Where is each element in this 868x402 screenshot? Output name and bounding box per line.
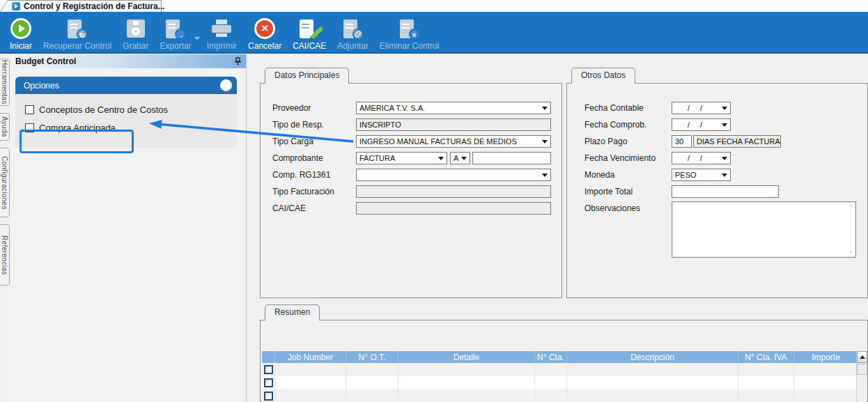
comp-rg1361-label: Comp. RG1361 <box>272 170 330 180</box>
comprobante-numero-input[interactable] <box>472 152 551 164</box>
opciones-title: Opciones <box>24 81 59 91</box>
header-job-number[interactable]: Job Number <box>275 351 346 363</box>
observaciones-textarea[interactable]: ⌃ ⌄ <box>672 201 856 258</box>
grabar-button[interactable]: Grabar <box>117 12 154 52</box>
otros-datos-box: Fecha Contable / / Fecha Comprob. / / Pl… <box>566 83 868 298</box>
table-row[interactable] <box>262 363 858 376</box>
tipo-facturacion-label: Tipo Facturación <box>272 187 334 196</box>
cancelar-button[interactable]: × Cancelar <box>242 12 287 52</box>
sidebar-tab-configuraciones[interactable]: Configuraciones <box>0 148 10 217</box>
document-refresh-icon: ↻ <box>68 20 82 38</box>
moneda-select[interactable]: PESO <box>672 169 731 181</box>
header-descripcion[interactable]: Descripción <box>567 351 738 363</box>
header-n-cta-iva[interactable]: N° Cta. IVA <box>738 351 794 363</box>
fecha-contable-select[interactable]: / / <box>672 102 731 114</box>
comprobante-letra-select[interactable]: A <box>450 152 470 164</box>
proveedor-label: Proveedor <box>272 103 311 113</box>
header-select-col <box>262 351 275 363</box>
tab-datos-principales[interactable]: Datos Principales <box>265 68 349 84</box>
printer-icon <box>212 20 231 38</box>
chevron-down-icon <box>722 157 727 160</box>
panel-header: Budget Control <box>10 54 246 68</box>
eliminar-control-button[interactable]: × Eliminar Control <box>374 12 444 52</box>
play-icon <box>10 18 31 39</box>
window-title: Control y Registración de Factura... <box>24 1 165 11</box>
datos-principales-box: Proveedor AMERICA T.V. S.A. Tipo de Resp… <box>260 83 562 298</box>
floppy-disk-icon <box>127 20 145 38</box>
proveedor-select[interactable]: AMERICA T.V. S.A. <box>356 102 551 114</box>
option-conceptos-centro-costos[interactable]: Conceptos de Centro de Costos <box>15 100 237 118</box>
table-row[interactable] <box>262 376 858 389</box>
row-checkbox[interactable] <box>264 378 273 387</box>
tipo-resp-label: Tipo de Resp. <box>272 120 324 130</box>
tipo-resp-field: INSCRIPTO <box>356 118 551 131</box>
fecha-contable-label: Fecha Contable <box>584 103 644 113</box>
fecha-vencimiento-select[interactable]: / / <box>672 152 731 164</box>
exportar-button[interactable]: → Exportar <box>154 12 196 52</box>
scroll-down-icon[interactable]: ⌄ <box>848 248 853 254</box>
collapse-ball-icon[interactable] <box>220 79 232 91</box>
header-n-ot[interactable]: N° O.T. <box>346 351 398 363</box>
opciones-group: Opciones Conceptos de Centro de Costos C… <box>15 77 237 148</box>
tipo-facturacion-field <box>356 185 551 198</box>
imprimir-button[interactable]: Imprimir <box>201 12 242 52</box>
comprobante-select[interactable]: FACTURA <box>356 152 447 164</box>
header-n-cta[interactable]: N° Cta. <box>535 351 567 363</box>
header-importe[interactable]: Importe <box>794 351 858 363</box>
recuperar-control-button[interactable]: ↻ Recuperar Control <box>38 12 117 52</box>
comprobante-label: Comprobante <box>272 153 323 163</box>
document-export-icon: → <box>166 20 180 38</box>
table-header-row: Job Number N° O.T. Detalle N° Cta. Descr… <box>262 351 858 363</box>
arrow-up-icon <box>860 355 865 359</box>
exportar-dropdown-icon[interactable] <box>194 37 200 40</box>
document-paperclip-icon <box>343 20 357 38</box>
tab-otros-datos[interactable]: Otros Datos <box>571 68 635 84</box>
sidebar-tab-ayuda[interactable]: Ayuda <box>0 113 10 141</box>
iniciar-button[interactable]: Iniciar <box>4 12 38 52</box>
compra-anticipada-checkbox[interactable] <box>25 123 34 132</box>
chevron-down-icon <box>542 173 548 177</box>
chevron-down-icon <box>461 157 467 160</box>
document-delete-icon: × <box>400 20 414 38</box>
document-tab[interactable]: Control y Registración de Factura... <box>0 0 162 12</box>
table-scrollbar[interactable] <box>856 351 867 402</box>
sidebar-tab-herramientas[interactable]: Herramientas <box>0 59 10 106</box>
chevron-down-icon <box>542 140 548 144</box>
cai-cae-button[interactable]: CAI/CAE <box>287 12 332 52</box>
chevron-down-icon <box>722 107 727 110</box>
pin-icon[interactable] <box>234 57 242 66</box>
resumen-table: Job Number N° O.T. Detalle N° Cta. Descr… <box>262 351 858 402</box>
main-toolbar: Iniciar ↻ Recuperar Control Grabar → Exp… <box>0 12 868 54</box>
scroll-up-button[interactable] <box>857 351 867 363</box>
sidebar-tab-referencias[interactable]: Referencias <box>0 224 10 286</box>
fecha-comprob-label: Fecha Comprob. <box>584 120 646 130</box>
table-row[interactable] <box>262 389 858 402</box>
chevron-down-icon <box>722 173 727 177</box>
observaciones-label: Observaciones <box>584 203 640 213</box>
option-label: Conceptos de Centro de Costos <box>39 105 168 115</box>
panel-title: Budget Control <box>15 56 76 66</box>
adjuntar-button[interactable]: Adjuntar <box>332 12 374 52</box>
row-checkbox[interactable] <box>264 365 273 374</box>
option-compra-anticipada[interactable]: Compra Anticipada <box>15 118 237 137</box>
plazo-pago-unit-field: DIAS FECHA FACTURA <box>693 135 781 148</box>
importe-total-input[interactable] <box>672 185 779 198</box>
tab-resumen[interactable]: Resumen <box>265 304 320 320</box>
fecha-comprob-select[interactable]: / / <box>672 118 731 131</box>
scroll-up-icon[interactable]: ⌃ <box>848 205 853 211</box>
scrollbar-thumb[interactable] <box>857 364 867 375</box>
tipo-carga-select[interactable]: INGRESO MANUAL FACTURAS DE MEDIOS <box>356 135 551 148</box>
row-checkbox[interactable] <box>264 392 273 401</box>
tipo-carga-label: Tipo Carga <box>272 137 313 146</box>
plazo-pago-label: Plazo Pago <box>584 137 627 146</box>
plazo-pago-input[interactable]: 30 <box>672 135 692 148</box>
comp-rg1361-select[interactable] <box>356 169 551 181</box>
importe-total-label: Importe Total <box>584 187 633 196</box>
header-detalle[interactable]: Detalle <box>398 351 535 363</box>
resumen-box: Job Number N° O.T. Detalle N° Cta. Descr… <box>260 320 868 402</box>
chevron-down-icon <box>542 107 548 110</box>
application-window: Control y Registración de Factura... Ini… <box>0 0 868 402</box>
chevron-down-icon <box>438 157 444 160</box>
cai-cae-label: CAI/CAE <box>272 203 306 213</box>
conceptos-checkbox[interactable] <box>25 105 34 114</box>
